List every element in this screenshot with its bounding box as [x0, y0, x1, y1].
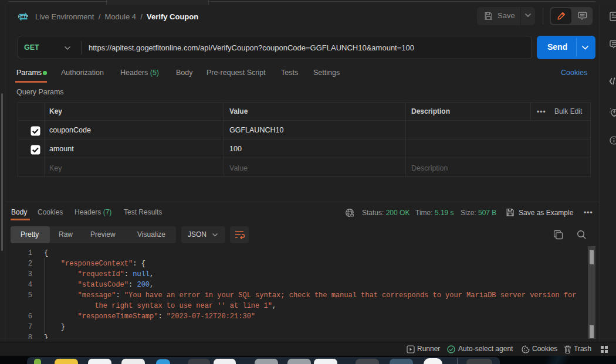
svg-text:HTTP: HTTP	[18, 14, 28, 19]
